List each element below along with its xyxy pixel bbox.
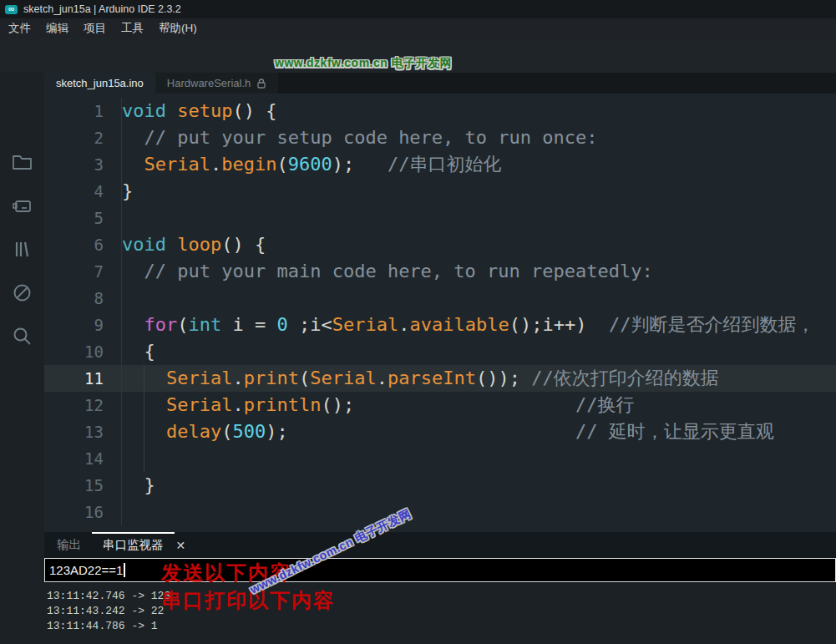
code-text: { [122, 338, 836, 365]
serial-output-line: 13:11:44.786 -> 1 [47, 619, 836, 634]
menu-item[interactable]: 工具 [114, 18, 151, 38]
lock-icon [256, 78, 266, 89]
line-number: 12 [44, 392, 122, 418]
line-number: 1 [44, 98, 122, 124]
code-line: 8 [44, 285, 836, 312]
window-title: sketch_jun15a | Arduino IDE 2.3.2 [23, 3, 181, 15]
code-text: Serial.print(Serial.parseInt()); //依次打印介… [122, 365, 836, 392]
code-editor[interactable]: 1void setup() {2 // put your setup code … [44, 94, 836, 532]
menu-bar: 文件编辑项目工具帮助(H) [0, 18, 836, 38]
search-icon[interactable] [11, 325, 33, 347]
code-line: 4} [44, 178, 836, 205]
text-cursor [124, 563, 125, 577]
library-icon[interactable] [11, 238, 33, 261]
activity-bar [0, 73, 44, 644]
code-line: 2 // put your setup code here, to run on… [44, 124, 836, 151]
code-text: } [122, 472, 836, 499]
indent-guide [144, 392, 144, 418]
code-line: 6void loop() { [44, 231, 836, 258]
menu-item[interactable]: 文件 [1, 18, 38, 38]
line-number: 14 [44, 445, 122, 472]
line-number: 7 [44, 258, 122, 285]
code-line: 12 Serial.println(); //换行 [44, 392, 836, 418]
code-text: delay(500); // 延时，让显示更直观 [122, 418, 836, 445]
title-bar: ∞ sketch_jun15a | Arduino IDE 2.3.2 [0, 0, 836, 18]
code-text: void setup() { [122, 98, 836, 124]
code-text: void loop() { [122, 231, 836, 258]
code-line: 11 Serial.print(Serial.parseInt()); //依次… [44, 365, 836, 392]
code-text: // put your setup code here, to run once… [122, 124, 836, 151]
line-number: 3 [44, 151, 122, 178]
tab-label: sketch_jun15a.ino [56, 77, 144, 89]
debug-icon[interactable] [11, 281, 33, 304]
folder-icon[interactable] [11, 151, 33, 174]
indent-guide [144, 445, 144, 472]
code-text: Serial.println(); //换行 [122, 392, 836, 418]
code-text: for(int i = 0 ;i<Serial.available();i++)… [122, 312, 836, 338]
code-line: 16 [44, 499, 836, 525]
code-line: 1void setup() { [44, 98, 836, 124]
menu-item[interactable]: 编辑 [38, 18, 76, 38]
code-line: 3 Serial.begin(9600); //串口初始化 [44, 151, 836, 178]
line-number: 13 [44, 418, 122, 445]
code-text [122, 445, 836, 472]
line-number: 11 [44, 365, 122, 392]
code-line: 10 { [44, 338, 836, 365]
arduino-logo-icon: ∞ [5, 5, 18, 14]
code-line: 13 delay(500); // 延时，让显示更直观 [44, 418, 836, 445]
line-number: 5 [44, 205, 122, 231]
tab-label: HardwareSerial.h [167, 77, 251, 89]
panel-tab-bar: 输出串口监视器✕ [44, 532, 836, 558]
line-number: 2 [44, 124, 122, 151]
line-number: 8 [44, 285, 122, 312]
code-text [122, 499, 836, 525]
code-text [122, 285, 836, 312]
code-line: 9 for(int i = 0 ;i<Serial.available();i+… [44, 312, 836, 338]
code-text [122, 205, 836, 231]
code-line: 15 } [44, 472, 836, 499]
editor-tab-bar: sketch_jun15a.inoHardwareSerial.h [44, 73, 836, 94]
indent-guide [144, 418, 144, 445]
editor-tab[interactable]: sketch_jun15a.ino [44, 73, 155, 94]
annotation-print: 串口打印以下内容 [161, 587, 335, 614]
line-number: 15 [44, 472, 122, 499]
line-number: 6 [44, 231, 122, 258]
serial-input-value: 123AD22==1 [49, 563, 123, 577]
line-number: 4 [44, 178, 122, 205]
indent-guide [144, 365, 144, 392]
panel-tab[interactable]: 串口监视器 [92, 532, 175, 558]
code-line: 14 [44, 445, 836, 472]
editor-tab[interactable]: HardwareSerial.h [155, 73, 278, 94]
code-line: 7 // put your main code here, to run rep… [44, 258, 836, 285]
code-text: // put your main code here, to run repea… [122, 258, 836, 285]
menu-item[interactable]: 帮助(H) [151, 18, 205, 38]
close-icon[interactable]: ✕ [176, 539, 186, 552]
code-text: } [122, 178, 836, 205]
arduino-ide-window: ∞ sketch_jun15a | Arduino IDE 2.3.2 文件编辑… [0, 0, 836, 644]
line-number: 10 [44, 338, 122, 365]
line-number: 16 [44, 499, 122, 525]
boards-icon[interactable] [11, 195, 33, 217]
panel-tab[interactable]: 输出 [46, 532, 92, 558]
menu-item[interactable]: 项目 [76, 18, 114, 38]
code-line: 5 [44, 205, 836, 231]
code-text: Serial.begin(9600); //串口初始化 [122, 151, 836, 178]
watermark-top: www.dzkfw.com.cn 电子开发网 [275, 56, 452, 71]
line-number: 9 [44, 312, 122, 338]
